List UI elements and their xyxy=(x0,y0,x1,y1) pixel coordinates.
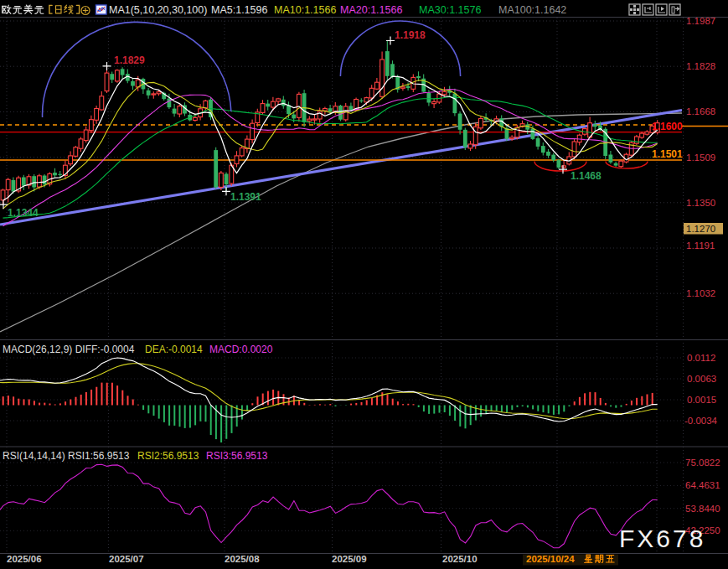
svg-text:0.0112: 0.0112 xyxy=(687,353,715,363)
svg-text:75.0822: 75.0822 xyxy=(685,458,720,468)
svg-text:1.1270: 1.1270 xyxy=(686,224,715,234)
svg-text:RSI2:56.9513: RSI2:56.9513 xyxy=(137,450,199,462)
svg-text:MA10:1.1566: MA10:1.1566 xyxy=(274,4,336,16)
svg-text:RSI(14,14,14) RSI1:56.9513: RSI(14,14,14) RSI1:56.9513 xyxy=(3,450,130,462)
svg-text:1.1918: 1.1918 xyxy=(395,29,426,41)
svg-text:MA1(5,10,20,30,100): MA1(5,10,20,30,100) xyxy=(109,4,207,16)
svg-text:-0.0034: -0.0034 xyxy=(684,416,718,426)
svg-text:1.1828: 1.1828 xyxy=(686,61,715,71)
svg-text:2025/09: 2025/09 xyxy=(332,554,367,564)
svg-text:2025/07: 2025/07 xyxy=(109,554,144,564)
svg-text:MA30:1.1576: MA30:1.1576 xyxy=(419,4,481,16)
svg-text:MACD(26,12,9) DIFF:-0.0004: MACD(26,12,9) DIFF:-0.0004 xyxy=(3,344,135,355)
svg-text:MACD:0.0020: MACD:0.0020 xyxy=(209,344,273,355)
svg-text:64.4631: 64.4631 xyxy=(685,480,720,490)
svg-text:1.1468: 1.1468 xyxy=(571,170,602,182)
svg-text:2025/10/24: 2025/10/24 xyxy=(526,554,575,564)
svg-text:53.8440: 53.8440 xyxy=(685,504,720,514)
svg-text:1.1501: 1.1501 xyxy=(652,148,683,160)
svg-text:DEA:-0.0014: DEA:-0.0014 xyxy=(145,344,203,355)
svg-text:0.0015: 0.0015 xyxy=(687,395,716,405)
svg-text:1.1350: 1.1350 xyxy=(686,198,715,208)
svg-text:MA100:1.1642: MA100:1.1642 xyxy=(498,4,566,16)
svg-text:2025/08: 2025/08 xyxy=(225,554,260,564)
svg-text:MA5:1.1596: MA5:1.1596 xyxy=(211,4,267,16)
svg-text:1.1509: 1.1509 xyxy=(686,153,715,163)
svg-text:FX678: FX678 xyxy=(619,525,705,552)
svg-text:1.1668: 1.1668 xyxy=(686,106,715,116)
svg-text:1.1829: 1.1829 xyxy=(114,54,145,66)
svg-text:MA20:1.1566: MA20:1.1566 xyxy=(340,4,402,16)
svg-text:1.1391: 1.1391 xyxy=(230,191,261,203)
svg-text:1.1600: 1.1600 xyxy=(652,121,683,132)
svg-text:1.1344: 1.1344 xyxy=(8,207,39,219)
svg-text:RSI3:56.9513: RSI3:56.9513 xyxy=(206,450,268,462)
svg-text:1.1032: 1.1032 xyxy=(686,288,715,298)
svg-text:0.0063: 0.0063 xyxy=(687,374,716,384)
svg-text:1.1191: 1.1191 xyxy=(686,241,715,251)
svg-text:2025/10: 2025/10 xyxy=(442,554,478,564)
svg-text:2025/06: 2025/06 xyxy=(7,554,42,564)
